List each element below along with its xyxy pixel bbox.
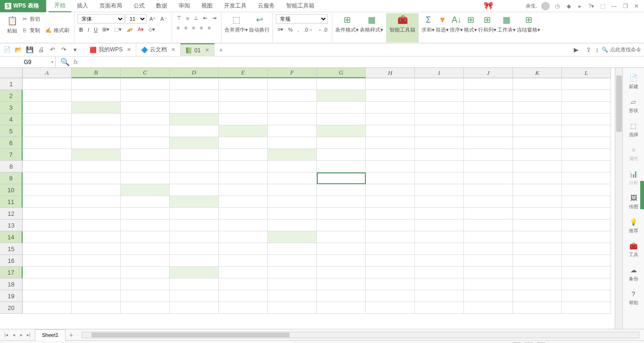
name-box-arrow-icon[interactable]: ▾	[51, 60, 53, 64]
col-header-L[interactable]: L	[562, 68, 611, 78]
cell-G4[interactable]	[317, 114, 366, 125]
select-all-corner[interactable]	[0, 68, 23, 78]
table-style-button[interactable]: ▦表格样式▾	[360, 14, 383, 33]
col-header-D[interactable]: D	[170, 68, 219, 78]
cell-A13[interactable]	[23, 220, 72, 231]
cell-G20[interactable]	[317, 302, 366, 314]
vertical-scrollbar[interactable]	[615, 68, 622, 329]
cell-B14[interactable]	[72, 231, 121, 243]
cell-I8[interactable]	[415, 161, 464, 172]
cell-C20[interactable]	[121, 302, 170, 314]
cell-L7[interactable]	[562, 149, 611, 161]
doc-close-icon[interactable]: ✕	[127, 47, 131, 53]
sheet-tab[interactable]: Sheet1	[35, 329, 66, 341]
cell-K18[interactable]	[513, 278, 562, 290]
cell-J20[interactable]	[464, 302, 513, 314]
cell-C18[interactable]	[121, 278, 170, 290]
open-icon[interactable]: 📂	[14, 46, 23, 54]
cell-J3[interactable]	[464, 102, 513, 114]
cell-F20[interactable]	[268, 302, 317, 314]
row-header-15[interactable]: 15	[0, 243, 23, 255]
doc-close-icon[interactable]: ✕	[205, 47, 209, 53]
cell-F14[interactable]	[268, 231, 317, 243]
cell-B17[interactable]	[72, 267, 121, 278]
cell-E8[interactable]	[219, 161, 268, 172]
font-shrink-button[interactable]: A⁻	[158, 15, 168, 23]
cell-I13[interactable]	[415, 220, 464, 231]
fx-search-icon[interactable]: 🔍	[60, 57, 70, 66]
row-header-1[interactable]: 1	[0, 78, 23, 90]
cell-G1[interactable]	[317, 78, 366, 90]
cell-H20[interactable]	[366, 302, 415, 314]
col-header-A[interactable]: A	[23, 68, 72, 78]
side-item-9[interactable]: ?帮助	[623, 286, 644, 310]
cell-F9[interactable]	[268, 172, 317, 184]
user-label[interactable]: 余生.	[526, 2, 537, 9]
cell-F6[interactable]	[268, 137, 317, 149]
align-right-button[interactable]: ≡	[190, 24, 197, 32]
cell-B1[interactable]	[72, 78, 121, 90]
cell-J14[interactable]	[464, 231, 513, 243]
cell-J19[interactable]	[464, 290, 513, 302]
cell-A18[interactable]	[23, 278, 72, 290]
cell-G15[interactable]	[317, 243, 366, 255]
row-header-16[interactable]: 16	[0, 255, 23, 267]
side-item-2[interactable]: ⬚选择	[623, 118, 644, 142]
vscroll-thumb[interactable]	[616, 75, 622, 132]
cell-I18[interactable]	[415, 278, 464, 290]
cell-B3[interactable]	[72, 102, 121, 114]
decimal-dec-button[interactable]: ←.0	[316, 26, 329, 33]
number-format-select[interactable]: 常规	[276, 14, 328, 24]
clear-format-button[interactable]: ◇▾	[147, 25, 157, 33]
side-item-3[interactable]: ≡属性	[623, 142, 644, 166]
col-header-B[interactable]: B	[72, 68, 121, 78]
cell-K5[interactable]	[513, 125, 562, 137]
font-select[interactable]: 宋体	[77, 14, 124, 24]
cell-G5[interactable]	[317, 125, 366, 137]
cloud-icon[interactable]: ◆	[565, 2, 572, 10]
cell-B19[interactable]	[72, 290, 121, 302]
cell-I19[interactable]	[415, 290, 464, 302]
cell-J16[interactable]	[464, 255, 513, 267]
cell-K7[interactable]	[513, 149, 562, 161]
sort-button[interactable]: A↓排序▾	[450, 14, 463, 33]
copy-button[interactable]: ⎘复制	[19, 25, 42, 35]
new-icon[interactable]: 📄	[3, 46, 11, 54]
cell-D14[interactable]	[170, 231, 219, 243]
currency-button[interactable]: ¤▾	[276, 25, 285, 33]
cell-J5[interactable]	[464, 125, 513, 137]
cell-B13[interactable]	[72, 220, 121, 231]
cell-G2[interactable]	[317, 90, 366, 102]
cell-H3[interactable]	[366, 102, 415, 114]
cell-K14[interactable]	[513, 231, 562, 243]
cell-D9[interactable]	[170, 172, 219, 184]
cell-B10[interactable]	[72, 184, 121, 196]
row-header-4[interactable]: 4	[0, 114, 23, 125]
cell-E19[interactable]	[219, 290, 268, 302]
cell-E9[interactable]	[219, 172, 268, 184]
cell-B20[interactable]	[72, 302, 121, 314]
cell-L8[interactable]	[562, 161, 611, 172]
cell-F5[interactable]	[268, 125, 317, 137]
align-center-button[interactable]: ≡	[182, 24, 189, 32]
cell-D12[interactable]	[170, 208, 219, 220]
cell-A20[interactable]	[23, 302, 72, 314]
cell-G13[interactable]	[317, 220, 366, 231]
cell-G17[interactable]	[317, 267, 366, 278]
row-header-14[interactable]: 14	[0, 231, 23, 243]
col-header-F[interactable]: F	[268, 68, 317, 78]
cell-A11[interactable]	[23, 196, 72, 208]
cell-E7[interactable]	[219, 149, 268, 161]
side-item-8[interactable]: ☁备份	[623, 262, 644, 286]
cell-F8[interactable]	[268, 161, 317, 172]
cell-L20[interactable]	[562, 302, 611, 314]
align-top-button[interactable]: ⊤	[175, 14, 183, 22]
cell-F4[interactable]	[268, 114, 317, 125]
row-header-6[interactable]: 6	[0, 137, 23, 149]
cell-E15[interactable]	[219, 243, 268, 255]
paste-button[interactable]: 📋 粘贴	[7, 15, 18, 34]
cell-K3[interactable]	[513, 102, 562, 114]
cell-H5[interactable]	[366, 125, 415, 137]
cond-format-button[interactable]: ⊞条件格式▾	[335, 14, 359, 33]
cell-F18[interactable]	[268, 278, 317, 290]
